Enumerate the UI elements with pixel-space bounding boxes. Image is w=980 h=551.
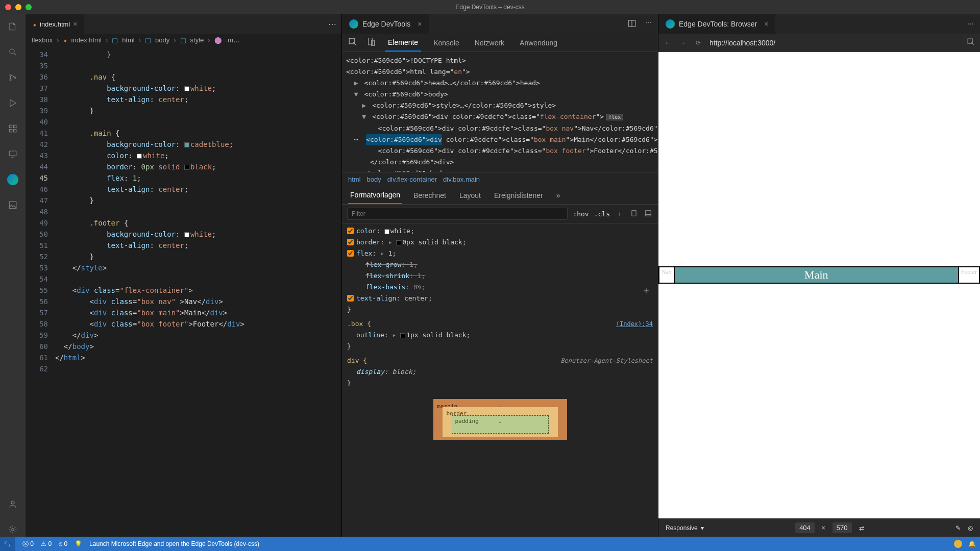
browser-viewport: Nav Main Footer xyxy=(658,52,980,518)
svg-point-11 xyxy=(12,529,14,531)
demo-main: Main xyxy=(674,267,959,283)
tab-layout[interactable]: Layout xyxy=(457,186,483,204)
ports-count[interactable]: ⎋ 0 xyxy=(59,540,67,547)
breadcrumb-item[interactable]: .m… xyxy=(226,36,240,44)
crumb[interactable]: div.flex-container xyxy=(387,176,437,183)
files-icon[interactable] xyxy=(6,19,20,34)
close-tab-icon[interactable]: × xyxy=(764,20,768,28)
extensions-icon[interactable] xyxy=(6,121,20,136)
split-icon[interactable] xyxy=(627,19,636,30)
flex-demo: Nav Main Footer xyxy=(658,266,980,284)
device-icon[interactable] xyxy=(366,37,376,48)
code-editor[interactable]: 3435363738394041424344454647484950515253… xyxy=(26,47,341,537)
inspect-icon[interactable] xyxy=(348,37,357,48)
cls-toggle[interactable]: .cls xyxy=(594,210,610,218)
editor-tab-index-html[interactable]: ⬥ index.html × xyxy=(26,14,85,34)
more-tabs-icon[interactable]: » xyxy=(556,191,560,199)
more-icon[interactable]: ⋯ xyxy=(646,19,652,30)
add-property-icon[interactable]: ＋ xyxy=(642,285,651,296)
activity-bar xyxy=(0,14,26,537)
tab-elements[interactable]: Elemente xyxy=(385,34,421,52)
breadcrumb-item[interactable]: body xyxy=(155,36,169,44)
panel-icon[interactable] xyxy=(644,210,653,218)
edit-icon[interactable]: ✎ xyxy=(955,524,961,532)
browser-tab[interactable]: Edge DevTools: Browser × xyxy=(658,14,775,34)
close-tab-icon[interactable]: × xyxy=(73,20,77,28)
tab-network[interactable]: Netzwerk xyxy=(472,34,507,52)
breadcrumb-item[interactable]: index.html xyxy=(71,36,102,44)
crumb[interactable]: div.box.main xyxy=(443,176,480,183)
tab-styles[interactable]: Formatvorlagen xyxy=(348,186,402,204)
tab-computed[interactable]: Berechnet xyxy=(411,186,448,204)
edge-icon xyxy=(666,19,675,29)
status-message[interactable]: Launch Microsoft Edge and open the Edge … xyxy=(89,540,259,547)
height-input[interactable]: 570 xyxy=(832,522,852,533)
tab-application[interactable]: Anwendung xyxy=(517,34,560,52)
editor-more-icon[interactable]: ⋯ xyxy=(323,19,341,29)
debug-icon[interactable] xyxy=(6,96,20,110)
url-bar[interactable]: http://localhost:3000/ xyxy=(709,39,960,47)
breadcrumb-item[interactable]: html xyxy=(122,36,135,44)
minimize-window-button[interactable] xyxy=(15,4,21,10)
responsive-bar: Responsive▾ 404 × 570 ⇄ ✎ ◎ xyxy=(658,518,980,537)
device-icon[interactable] xyxy=(629,210,639,218)
devtools-tab[interactable]: Edge DevTools × xyxy=(342,14,429,34)
image-icon[interactable] xyxy=(6,198,20,212)
breadcrumbs[interactable]: flexbox› ⬥index.html› ▢html› ▢body› ▢sty… xyxy=(26,34,341,47)
status-indicator-icon[interactable] xyxy=(954,540,962,548)
svg-rect-8 xyxy=(9,151,16,156)
crumb[interactable]: body xyxy=(367,176,381,183)
svg-rect-16 xyxy=(632,210,636,216)
inspect-icon[interactable] xyxy=(967,38,975,47)
remote-button[interactable] xyxy=(0,537,15,551)
page-frame[interactable]: Nav Main Footer xyxy=(658,52,980,518)
search-icon[interactable] xyxy=(6,45,20,59)
reload-icon[interactable]: ⟳ xyxy=(694,39,702,46)
svg-rect-6 xyxy=(9,130,12,132)
dom-breadcrumbs[interactable]: html body div.flex-container div.box.mai… xyxy=(342,172,658,186)
svg-point-3 xyxy=(14,77,16,79)
source-control-icon[interactable] xyxy=(6,70,20,85)
times-icon: × xyxy=(822,524,825,532)
crumb[interactable]: html xyxy=(348,176,361,183)
errors-count[interactable]: ⓧ 0 xyxy=(22,540,34,548)
target-icon[interactable]: ◎ xyxy=(968,524,973,532)
svg-point-2 xyxy=(10,79,11,81)
breadcrumb-item[interactable]: style xyxy=(190,36,204,44)
svg-rect-17 xyxy=(646,210,651,216)
close-window-button[interactable] xyxy=(5,4,11,10)
close-tab-icon[interactable]: × xyxy=(418,20,422,28)
tab-listeners[interactable]: Ereignislistener xyxy=(492,186,545,204)
window-controls xyxy=(5,4,32,10)
browser-tabs: Edge DevTools: Browser × ⋯ xyxy=(658,14,980,34)
demo-nav: Nav xyxy=(659,267,674,283)
breadcrumb-item[interactable]: flexbox xyxy=(32,36,53,44)
svg-rect-7 xyxy=(14,130,16,132)
remote-icon[interactable] xyxy=(6,147,20,161)
bell-icon[interactable]: 🔔 xyxy=(968,540,976,547)
forward-icon[interactable]: → xyxy=(679,39,687,46)
code-body[interactable]: } .nav { background-color: white; text-a… xyxy=(55,47,341,537)
tab-console[interactable]: Konsole xyxy=(430,34,462,52)
svg-point-10 xyxy=(11,501,14,504)
maximize-window-button[interactable] xyxy=(26,4,32,10)
edge-icon xyxy=(349,19,358,29)
demo-footer: Footer xyxy=(959,267,979,283)
settings-gear-icon[interactable] xyxy=(6,522,20,537)
more-icon[interactable]: ⋯ xyxy=(968,20,974,28)
account-icon[interactable] xyxy=(6,497,20,511)
dom-tree[interactable]: <color:#569cd6">!DOCTYPE html><color:#56… xyxy=(342,52,658,172)
responsive-selector[interactable]: Responsive▾ xyxy=(666,524,704,532)
styles-filter-input[interactable] xyxy=(347,208,568,220)
tab-label: Edge DevTools: Browser xyxy=(679,20,757,28)
edge-extension-icon[interactable] xyxy=(6,172,20,187)
styles-rules[interactable]: color: white;border: ▸ 0px solid black;f… xyxy=(342,223,658,537)
add-rule-icon[interactable]: ＋ xyxy=(615,210,624,218)
back-icon[interactable]: ← xyxy=(664,39,672,46)
hint-icon: 💡 xyxy=(75,540,82,547)
width-input[interactable]: 404 xyxy=(795,522,815,533)
rotate-icon[interactable]: ⇄ xyxy=(859,524,864,532)
warnings-count[interactable]: ⚠ 0 xyxy=(41,540,52,547)
hov-toggle[interactable]: :hov xyxy=(573,210,589,218)
browser-toolbar: ← → ⟳ http://localhost:3000/ xyxy=(658,34,980,52)
